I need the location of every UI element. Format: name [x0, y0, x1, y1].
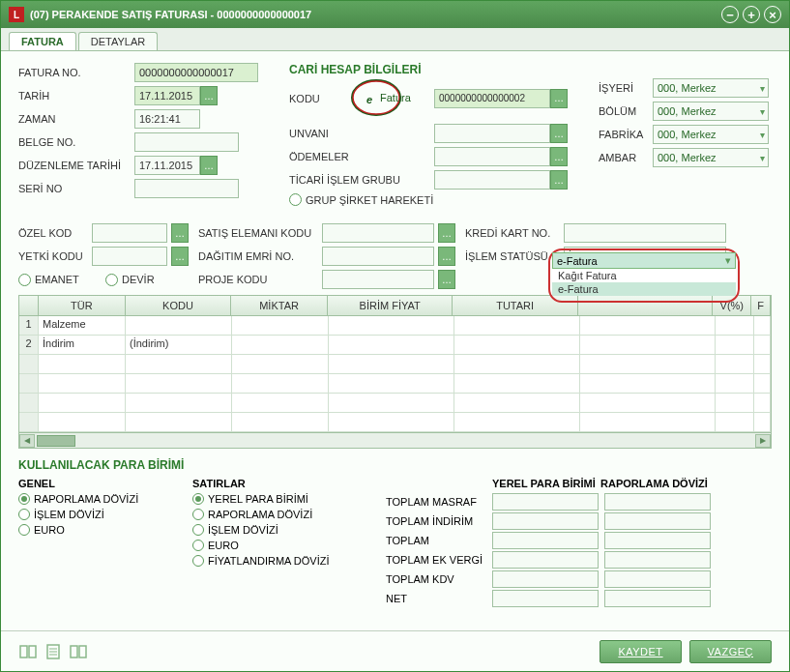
toplam-raporlama[interactable]	[604, 532, 711, 549]
toplam-ek-vergi-raporlama[interactable]	[604, 551, 711, 569]
radio-icon	[18, 524, 30, 536]
emanet-checkbox[interactable]	[18, 274, 31, 286]
radio-satir-islem[interactable]: İŞLEM DÖVİZİ	[192, 524, 366, 536]
ticari-lookup-icon[interactable]: …	[550, 170, 568, 190]
grid-cell[interactable]	[232, 336, 329, 354]
toplam-yerel[interactable]	[492, 532, 599, 549]
radio-genel-euro[interactable]: EURO	[18, 524, 173, 536]
toplam-masraf-yerel[interactable]	[492, 493, 599, 511]
grid-cell-tur[interactable]: İndirim	[39, 336, 126, 354]
grid-cell[interactable]	[329, 336, 454, 354]
efatura-dropdown[interactable]: e-Fatura ▾	[552, 252, 736, 269]
grid-row-empty[interactable]	[19, 394, 771, 413]
book-icon[interactable]	[18, 642, 38, 661]
grid-cell-kodu[interactable]: (İndirim)	[126, 336, 232, 354]
notes-icon[interactable]	[44, 642, 63, 661]
tarih-picker-icon[interactable]: …	[200, 86, 218, 105]
satis-eleman-input[interactable]	[322, 223, 434, 243]
fabrika-select[interactable]	[653, 125, 769, 144]
grid-cell[interactable]	[329, 316, 454, 335]
close-icon[interactable]: ×	[764, 6, 781, 23]
devir-checkbox[interactable]	[105, 274, 118, 286]
vazgec-button[interactable]: VAZGEÇ	[689, 640, 772, 663]
grid-cell[interactable]	[716, 336, 754, 354]
radio-genel-islem[interactable]: İŞLEM DÖVİZİ	[18, 509, 173, 520]
net-yerel[interactable]	[492, 590, 599, 607]
odemeler-input[interactable]	[434, 147, 550, 166]
tab-fatura[interactable]: FATURA	[9, 32, 76, 50]
grid-row-empty[interactable]	[19, 355, 771, 374]
toplam-indirim-raporlama[interactable]	[604, 512, 711, 530]
grid-cell[interactable]	[754, 316, 771, 335]
belge-no-input[interactable]	[134, 132, 239, 152]
fatura-no-input[interactable]	[134, 63, 258, 82]
toplam-masraf-raporlama[interactable]	[604, 493, 711, 511]
grid-cell[interactable]	[454, 336, 580, 354]
radio-satir-yerel[interactable]: YEREL PARA BİRİMİ	[192, 493, 366, 505]
book2-icon[interactable]	[69, 642, 88, 661]
grid-header-miktar[interactable]: MİKTAR	[231, 296, 328, 315]
grid-cell[interactable]	[716, 316, 754, 335]
radio-label: İŞLEM DÖVİZİ	[34, 509, 104, 520]
scroll-left-icon[interactable]: ◀	[19, 434, 35, 448]
seri-no-input[interactable]	[134, 179, 239, 198]
ambar-select[interactable]	[653, 148, 769, 167]
grid-scrollbar[interactable]: ◀ ▶	[19, 432, 771, 448]
scroll-thumb[interactable]	[37, 435, 75, 447]
ozel-kod-input[interactable]	[92, 223, 167, 243]
grid-row-empty[interactable]	[19, 374, 771, 394]
dagitim-emri-lookup-icon[interactable]: …	[438, 247, 455, 266]
kodu-input[interactable]	[434, 89, 550, 108]
toplam-indirim-yerel[interactable]	[492, 512, 599, 530]
isyeri-select[interactable]	[653, 78, 769, 98]
proje-kodu-lookup-icon[interactable]: …	[438, 270, 455, 289]
grup-checkbox[interactable]	[289, 193, 302, 206]
grid-header-tur[interactable]: TÜR	[39, 296, 126, 315]
dropdown-option-efatura[interactable]: e-Fatura	[552, 282, 736, 296]
grid-cell[interactable]	[580, 316, 716, 335]
satis-eleman-lookup-icon[interactable]: …	[438, 223, 455, 243]
proje-kodu-input[interactable]	[322, 270, 434, 289]
grid-row-empty[interactable]	[19, 413, 771, 432]
grid-cell[interactable]	[454, 316, 580, 335]
zaman-input[interactable]	[134, 109, 200, 129]
unvani-lookup-icon[interactable]: …	[550, 124, 568, 143]
radio-satir-raporlama[interactable]: RAPORLAMA DÖVİZİ	[192, 509, 366, 520]
unvani-input[interactable]	[434, 124, 550, 143]
maximize-icon[interactable]: +	[743, 6, 760, 23]
grid-cell[interactable]	[232, 316, 329, 335]
grid-row[interactable]: 2 İndirim (İndirim)	[19, 336, 771, 355]
grid-header-kodu[interactable]: KODU	[126, 296, 232, 315]
radio-genel-raporlama[interactable]: RAPORLAMA DÖVİZİ	[18, 493, 173, 505]
duzenleme-picker-icon[interactable]: …	[200, 156, 218, 175]
radio-satir-euro[interactable]: EURO	[192, 540, 366, 551]
toplam-kdv-raporlama[interactable]	[604, 570, 711, 588]
net-raporlama[interactable]	[604, 590, 711, 607]
toplam-kdv-yerel[interactable]	[492, 570, 599, 588]
ticari-input[interactable]	[434, 170, 550, 190]
kaydet-button[interactable]: KAYDET	[600, 640, 681, 663]
scroll-right-icon[interactable]: ▶	[755, 434, 771, 448]
grid-header-last[interactable]: F	[751, 296, 771, 315]
grid-header-birim-fiyat[interactable]: BİRİM FİYAT	[328, 296, 454, 315]
tarih-input[interactable]	[134, 86, 200, 105]
minimize-icon[interactable]: −	[721, 6, 739, 23]
radio-satir-fiyat[interactable]: FİYATLANDIRMA DÖVİZİ	[192, 555, 366, 567]
kodu-lookup-icon[interactable]: …	[550, 89, 568, 108]
kredi-kart-input[interactable]	[564, 223, 726, 243]
dropdown-option-kagit[interactable]: Kağıt Fatura	[552, 269, 736, 282]
odemeler-lookup-icon[interactable]: …	[550, 147, 568, 166]
dagitim-emri-input[interactable]	[322, 247, 434, 266]
grid-cell[interactable]	[754, 336, 771, 354]
ozel-kod-lookup-icon[interactable]: …	[171, 223, 189, 243]
grid-cell-tur[interactable]: Malzeme	[39, 316, 126, 335]
grid-cell[interactable]	[580, 336, 716, 354]
toplam-ek-vergi-yerel[interactable]	[492, 551, 599, 569]
bolum-select[interactable]	[653, 102, 769, 121]
grid-cell-kodu[interactable]	[126, 316, 232, 335]
yetki-kodu-lookup-icon[interactable]: …	[171, 247, 189, 266]
tab-detaylar[interactable]: DETAYLAR	[78, 32, 158, 50]
yetki-kodu-input[interactable]	[92, 247, 167, 266]
duzenleme-input[interactable]	[134, 156, 200, 175]
grid-row[interactable]: 1 Malzeme	[19, 316, 771, 336]
